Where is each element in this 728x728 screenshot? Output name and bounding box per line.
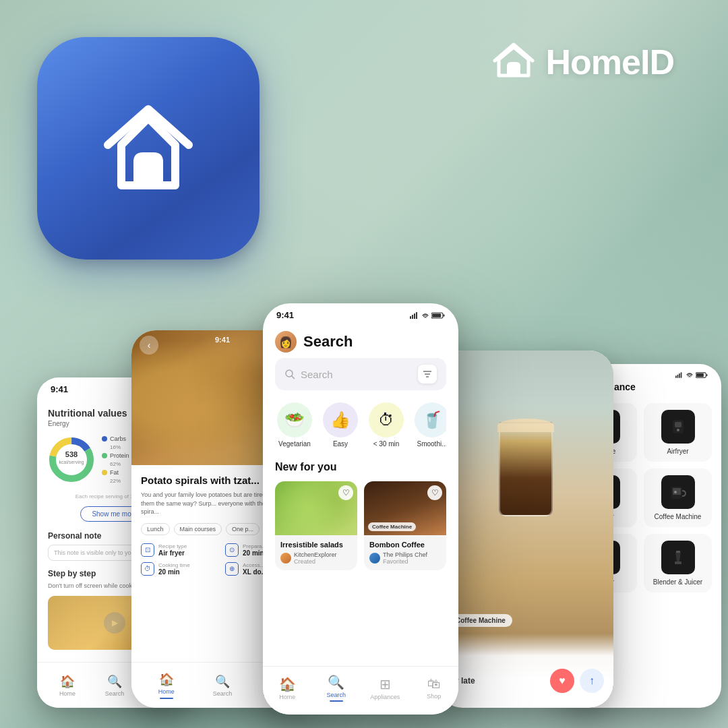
recipe-card-coffee[interactable]: Coffee Machine ♡ Bombon Coffee The Phili… xyxy=(364,481,446,570)
salad-info: Irresistible salads KitchenExplorer Crea… xyxy=(275,535,357,570)
salad-image: ♡ xyxy=(275,481,357,535)
svg-rect-23 xyxy=(675,375,677,377)
c-nav-appliances[interactable]: ⊞ Appliances xyxy=(361,676,410,700)
coffee-author-avatar xyxy=(369,553,380,564)
appliance-blender[interactable]: Blender & Juicer xyxy=(644,534,712,593)
nav-home-mid-left[interactable]: 🏠 Home xyxy=(138,672,194,699)
nutrition-legend: Carbs 16% Protein 62% Fat 22% xyxy=(102,435,129,484)
svg-rect-17 xyxy=(432,313,441,317)
vegetarian-icon: 🥗 xyxy=(277,402,312,437)
svg-rect-29 xyxy=(696,373,704,376)
svg-point-41 xyxy=(674,491,677,493)
svg-rect-14 xyxy=(416,312,417,319)
svg-rect-16 xyxy=(444,314,445,316)
meta-cooking-time: ⏱ Cooking time 20 min xyxy=(141,562,220,576)
chip-easy[interactable]: 👍 Easy xyxy=(321,402,360,448)
c-nav-search[interactable]: 🔍 Search xyxy=(312,674,361,702)
recipe-type-icon: ⊡ xyxy=(141,543,154,557)
status-bar-center: 9:41 xyxy=(263,303,458,323)
filter-icon[interactable] xyxy=(418,365,437,384)
svg-rect-45 xyxy=(676,551,680,553)
chip-vegetarian[interactable]: 🥗 Vegetarian xyxy=(275,402,314,448)
svg-rect-25 xyxy=(679,373,680,377)
status-bar-mid-left: 9:41 xyxy=(215,336,230,344)
coffee-machine-icon xyxy=(661,475,695,509)
easy-icon: 👍 xyxy=(323,402,358,437)
c-nav-shop[interactable]: 🛍 Shop xyxy=(410,676,459,700)
time-left: 9:41 xyxy=(51,384,68,394)
svg-line-19 xyxy=(292,376,295,379)
cooking-icon: ⏱ xyxy=(141,562,154,576)
appliance-coffee-machine[interactable]: Coffee Machine xyxy=(644,468,712,527)
coffee-share-action[interactable]: ↑ xyxy=(580,669,604,693)
coffee-heart-btn[interactable]: ♡ xyxy=(427,485,442,500)
new-for-you-title: New for you xyxy=(275,461,446,473)
chip-label-vegetarian: Vegetarian xyxy=(278,440,311,448)
svg-point-35 xyxy=(677,429,679,431)
c-nav-home[interactable]: 🏠 Home xyxy=(263,676,312,700)
appliance-airfryer[interactable]: Airfryer xyxy=(644,403,712,462)
svg-rect-12 xyxy=(412,315,413,319)
chip-label-30min: < 30 min xyxy=(373,440,400,448)
coffee-machine-appliance-label: Coffee Machine xyxy=(655,513,702,520)
meta-recipe-type: ⊡ Recipe type Air fryer xyxy=(141,543,220,557)
svg-rect-46 xyxy=(675,562,681,564)
salad-name: Irresistible salads xyxy=(280,541,352,549)
coffee-author-action: Favorited xyxy=(383,558,427,565)
svg-rect-28 xyxy=(706,374,708,376)
status-icons-center xyxy=(410,312,445,319)
airfryer-label: Airfryer xyxy=(667,448,688,455)
chip-smoothie[interactable]: 🥤 Smoothi... xyxy=(413,402,446,448)
coffee-author: The Philips Chef Favorited xyxy=(369,551,441,565)
chip-label-smoothie: Smoothi... xyxy=(417,440,446,448)
coffee-info: Bombon Coffee The Philips Chef Favorited xyxy=(364,535,446,570)
homeid-logo: HomeID xyxy=(492,40,674,84)
svg-rect-26 xyxy=(681,372,682,378)
app-icon[interactable] xyxy=(37,37,260,260)
30min-icon: ⏱ xyxy=(369,402,404,437)
search-icon xyxy=(284,369,295,380)
calories-unit: kcal/serving xyxy=(59,460,84,465)
blender-label: Blender & Juicer xyxy=(653,578,702,586)
chip-30min[interactable]: ⏱ < 30 min xyxy=(367,402,406,448)
blender-icon xyxy=(661,541,695,574)
search-bar[interactable]: Search xyxy=(275,358,446,390)
coffee-machine-label: Coffee Machine xyxy=(449,614,512,627)
search-page-title: Search xyxy=(303,333,353,351)
coffee-heart-action[interactable]: ♥ xyxy=(550,669,574,693)
accessory-icon: ⊕ xyxy=(225,562,239,576)
brand-name: HomeID xyxy=(546,42,674,82)
coffee-screen: Coffee Machine ...y late ♥ ↑ xyxy=(438,351,613,708)
center-bottom-nav: 🏠 Home 🔍 Search ⊞ Appliances 🛍 Shop xyxy=(263,666,458,715)
nav-home-left[interactable]: 🏠 Home xyxy=(44,674,91,697)
recipe-cards: ♡ Irresistible salads KitchenExplorer Cr… xyxy=(275,481,446,570)
back-button[interactable]: ‹ xyxy=(140,336,158,355)
svg-rect-34 xyxy=(675,422,681,427)
chip-label-easy: Easy xyxy=(333,440,348,448)
svg-rect-24 xyxy=(677,374,679,377)
svg-rect-11 xyxy=(410,316,411,319)
time-center: 9:41 xyxy=(276,310,294,320)
recipe-card-salad[interactable]: ♡ Irresistible salads KitchenExplorer Cr… xyxy=(275,481,357,570)
svg-rect-13 xyxy=(414,313,415,319)
coffee-action-buttons: ♥ ↑ xyxy=(550,669,604,693)
coffee-label-card: Coffee Machine xyxy=(368,522,416,531)
tag-main: Main courses xyxy=(174,523,222,535)
tag-lunch: Lunch xyxy=(141,523,170,535)
tag-one-pot: One p... xyxy=(226,523,260,535)
search-input[interactable]: Search xyxy=(301,369,413,380)
user-avatar: 👩 xyxy=(275,331,297,353)
salad-author: KitchenExplorer Created xyxy=(280,551,352,565)
nav-search-mid-left[interactable]: 🔍 Search xyxy=(194,674,250,697)
salad-author-name: KitchenExplorer xyxy=(294,551,337,558)
donut-chart: 538 kcal/serving xyxy=(48,436,95,483)
coffee-bottom-bar: ...y late ♥ ↑ xyxy=(438,634,613,708)
homeid-logo-icon xyxy=(492,40,535,84)
category-chips: 🥗 Vegetarian 👍 Easy ⏱ < 30 min 🥤 Smoothi… xyxy=(275,402,446,448)
salad-heart-btn[interactable]: ♡ xyxy=(338,485,353,500)
coffee-image: Coffee Machine ♡ xyxy=(364,481,446,535)
svg-rect-40 xyxy=(673,488,681,495)
search-content: 👩 Search Search 🥗 Vegetarian 👍 Easy xyxy=(263,323,458,686)
airfryer-icon xyxy=(661,410,695,444)
calories-value: 538 xyxy=(65,450,78,458)
